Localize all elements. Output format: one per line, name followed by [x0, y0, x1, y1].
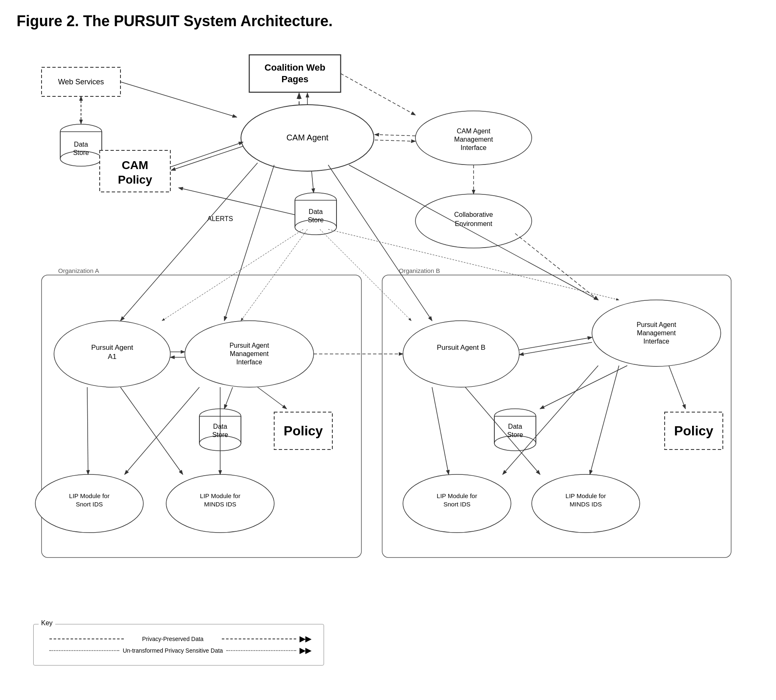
key-untransformed-text: Un-transformed Privacy Sensitive Data [123, 647, 223, 654]
svg-line-46 [120, 82, 237, 117]
coalition-web-pages-label: Coalition Web [265, 62, 325, 73]
cam-mgmt-label1: CAM Agent [457, 128, 491, 135]
svg-line-54 [341, 74, 415, 115]
pursuit-b-label1: Pursuit Agent B [437, 344, 485, 351]
cam-mgmt-label3: Interface [461, 144, 486, 151]
data-store-tl-label2: Store [73, 149, 89, 156]
cam-policy-label1: CAM [122, 159, 148, 172]
pursuit-mgmt-a-label2: Management [230, 350, 269, 357]
pursuit-mgmt-b-label3: Interface [643, 338, 669, 345]
svg-line-49 [170, 142, 243, 167]
lip-minds-a-label1: LIP Module for [200, 492, 240, 499]
lip-minds-b-label1: LIP Module for [565, 492, 606, 499]
lip-minds-a-label2: MINDS IDS [204, 501, 236, 508]
lip-snort-a-label1: LIP Module for [69, 492, 109, 499]
collab-label1: Collaborative [454, 211, 493, 218]
svg-line-83 [179, 188, 295, 215]
key-row-untransformed: Un-transformed Privacy Sensitive Data ▶▶ [46, 646, 311, 655]
lip-snort-b-label1: LIP Module for [437, 492, 477, 499]
key-label: Key [39, 619, 55, 627]
svg-rect-7 [249, 55, 341, 92]
svg-point-35 [403, 321, 519, 387]
data-store-center-label1: Data [309, 208, 323, 215]
pursuit-a1-label2: A1 [108, 353, 117, 361]
pursuit-mgmt-b-label1: Pursuit Agent [636, 321, 676, 328]
cam-agent-label: CAM Agent [286, 133, 329, 142]
policy-a-label: Policy [284, 423, 323, 438]
svg-line-50 [171, 146, 243, 170]
key-arrow-double2: ▶▶ [300, 646, 311, 655]
data-store-b-label2: Store [507, 431, 523, 438]
pursuit-mgmt-a-label3: Interface [236, 359, 262, 366]
key-privacy-text: Privacy-Preserved Data [127, 636, 219, 642]
policy-b-label: Policy [674, 423, 713, 438]
coalition-web-pages-label2: Pages [282, 74, 309, 84]
collab-label2: Environment [455, 220, 492, 227]
svg-line-53 [312, 171, 314, 193]
diagram-container: Coalition Web Pages Web Services Data St… [17, 42, 748, 616]
pursuit-mgmt-a-label1: Pursuit Agent [229, 342, 269, 349]
svg-line-52 [375, 140, 415, 141]
key-section: Key Privacy-Preserved Data ▶▶ Un-transfo… [33, 624, 324, 666]
svg-line-51 [375, 135, 415, 136]
cam-policy-label2: Policy [118, 173, 152, 186]
page-title: Figure 2. The PURSUIT System Architectur… [17, 12, 759, 30]
org-b-label: Organization B [399, 267, 440, 274]
pursuit-a1-label1: Pursuit Agent [91, 344, 133, 351]
key-arrow-double1: ▶▶ [300, 634, 311, 644]
data-store-b-label1: Data [508, 423, 522, 430]
key-row-privacy: Privacy-Preserved Data ▶▶ [46, 634, 311, 644]
pursuit-mgmt-b-label2: Management [637, 329, 676, 336]
data-store-center-label2: Store [308, 216, 324, 224]
lip-minds-b-label2: MINDS IDS [570, 501, 602, 508]
cam-mgmt-label2: Management [454, 136, 493, 143]
data-store-tl-label1: Data [74, 141, 88, 148]
lip-snort-b-label2: Snort IDS [443, 501, 470, 508]
lip-snort-a-label2: Snort IDS [76, 501, 103, 508]
web-services-label: Web Services [58, 78, 104, 86]
org-a-label: Organization A [58, 267, 99, 274]
